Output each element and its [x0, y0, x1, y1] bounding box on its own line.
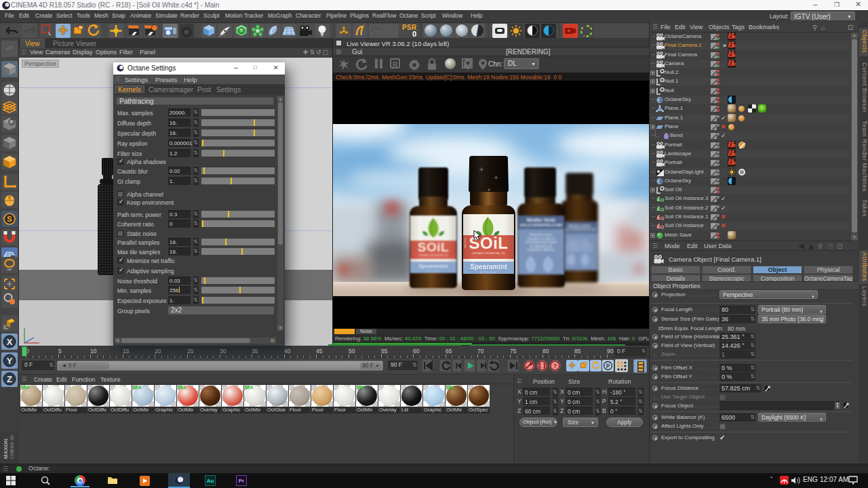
svg-text:Z: Z	[7, 374, 12, 384]
svg-text:Y: Y	[7, 356, 13, 366]
svg-text:X: X	[7, 337, 13, 347]
svg-text:S: S	[7, 215, 12, 223]
svg-text:P: P	[606, 363, 610, 369]
svg-text:?: ?	[553, 363, 557, 369]
